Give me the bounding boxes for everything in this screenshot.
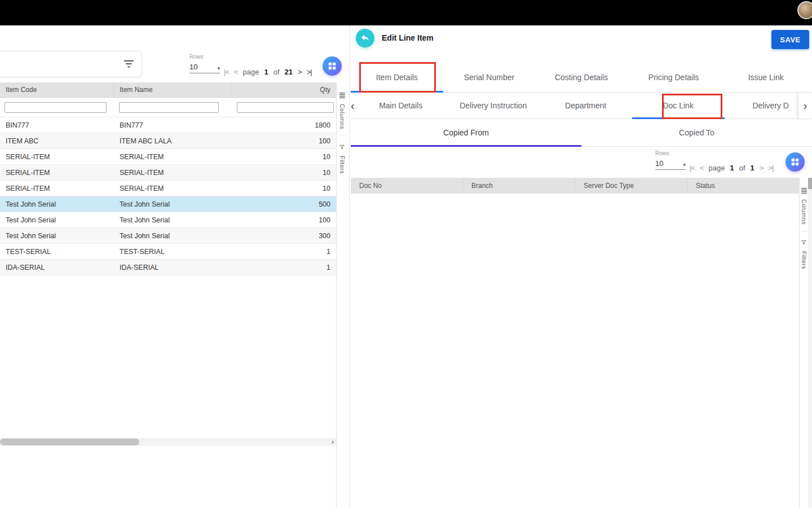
table-row-selected[interactable]: Test John Serial Test John Serial 500 xyxy=(0,196,336,212)
item-qty-cell: 1 xyxy=(231,248,336,256)
column-header-branch[interactable]: Branch xyxy=(462,178,575,194)
prev-page-icon[interactable]: < xyxy=(700,164,704,172)
prev-page-icon[interactable]: < xyxy=(234,68,238,76)
item-code-filter-input[interactable] xyxy=(5,102,107,113)
vertical-scrollbar[interactable] xyxy=(808,178,812,508)
tab-delivery-instruction[interactable]: Delivery Instruction xyxy=(447,93,540,119)
rows-label: Rows xyxy=(655,150,686,156)
item-name-cell: SERIAL-ITEM xyxy=(114,185,231,192)
column-header-item-name[interactable]: Item Name xyxy=(114,82,231,97)
save-button[interactable]: SAVE xyxy=(771,30,809,49)
item-code-cell: ITEM ABC xyxy=(0,137,114,145)
rows-per-page-select[interactable]: Rows 10 ▾ xyxy=(655,150,686,170)
rows-per-page-select[interactable]: Rows 10 ▾ xyxy=(189,54,220,73)
item-list-panel: Rows 10 ▾ |< < page 1 of 21 > >| Item Co… xyxy=(0,25,348,508)
panel-divider xyxy=(349,25,350,508)
item-name-cell: SERIAL-ITEM xyxy=(114,153,231,161)
item-table-filter-row xyxy=(0,98,336,117)
last-page-icon[interactable]: >| xyxy=(768,164,773,172)
columns-toggle[interactable]: Columns xyxy=(339,90,346,129)
item-qty-cell: 10 xyxy=(231,169,336,177)
item-search-input[interactable] xyxy=(5,56,112,73)
rows-label: Rows xyxy=(189,54,220,60)
filters-label: Filters xyxy=(339,156,346,174)
scrollbar-thumb[interactable] xyxy=(0,439,139,445)
table-row[interactable]: TEST-SERIAL TEST-SERIAL 1 xyxy=(0,244,336,260)
item-name-filter-input[interactable] xyxy=(119,102,219,113)
tab-issue-link[interactable]: Issue Link xyxy=(720,62,812,92)
table-row[interactable]: SERIAL-ITEM SERIAL-ITEM 10 xyxy=(0,149,336,165)
screen: Rows 10 ▾ |< < page 1 of 21 > >| Item Co… xyxy=(0,0,812,508)
table-row[interactable]: ITEM ABC ITEM ABC LALA 100 xyxy=(0,133,336,149)
table-row[interactable]: Test John Serial Test John Serial 100 xyxy=(0,212,336,228)
item-name-cell: Test John Serial xyxy=(114,200,231,208)
total-pages: 1 xyxy=(751,164,754,172)
filters-toggle[interactable]: Filters xyxy=(801,238,807,269)
item-qty-cell: 10 xyxy=(231,153,336,161)
rows-value: 10 xyxy=(655,159,663,168)
table-row[interactable]: Test John Serial Test John Serial 300 xyxy=(0,228,336,244)
strip-divider xyxy=(339,135,346,136)
item-name-cell: SERIAL-ITEM xyxy=(114,169,231,177)
column-header-doc-no[interactable]: Doc No xyxy=(351,178,462,194)
of-label: of xyxy=(273,68,280,76)
doc-link-toolbar: Rows 10 ▾ |< < page 1 of 1 > >| xyxy=(351,147,799,178)
item-name-cell: Test John Serial xyxy=(114,216,231,224)
tab-scroll-right-icon[interactable]: › xyxy=(798,93,812,119)
tab-copied-to[interactable]: Copied To xyxy=(581,119,812,146)
filter-list-icon[interactable] xyxy=(123,60,134,68)
tab-main-details[interactable]: Main Details xyxy=(355,93,447,119)
tab-doc-link[interactable]: Doc Link xyxy=(632,93,725,119)
item-list-pagination: |< < page 1 of 21 > >| xyxy=(224,65,312,78)
filters-label: Filters xyxy=(801,251,807,269)
rows-value-dropdown[interactable]: 10 ▾ xyxy=(655,159,686,170)
item-code-cell: Test John Serial xyxy=(0,232,114,240)
column-header-qty[interactable]: Qty xyxy=(231,86,336,94)
columns-icon xyxy=(339,90,345,100)
rows-value-dropdown[interactable]: 10 ▾ xyxy=(189,63,220,73)
dropdown-caret-icon: ▾ xyxy=(683,162,686,168)
item-qty-cell: 100 xyxy=(231,216,336,224)
first-page-icon[interactable]: |< xyxy=(224,68,229,76)
tab-copied-from[interactable]: Copied From xyxy=(351,119,581,146)
columns-toggle[interactable]: Columns xyxy=(801,186,807,225)
user-avatar[interactable] xyxy=(797,1,812,19)
item-qty-cell: 1 xyxy=(231,264,336,271)
tab-costing-details[interactable]: Costing Details xyxy=(535,62,628,92)
item-code-cell: Test John Serial xyxy=(0,200,114,208)
tab-department[interactable]: Department xyxy=(540,93,632,119)
grid-view-icon[interactable] xyxy=(323,56,342,76)
rows-value: 10 xyxy=(189,63,197,71)
tab-item-details[interactable]: Item Details xyxy=(351,62,443,92)
item-code-cell: IDA-SERIAL xyxy=(0,264,114,271)
item-code-cell: Test John Serial xyxy=(0,216,114,224)
table-row[interactable]: BIN777 BIN777 1800 xyxy=(0,117,336,133)
tab-serial-number[interactable]: Serial Number xyxy=(443,62,536,92)
next-page-icon[interactable]: > xyxy=(298,68,302,76)
scroll-right-icon[interactable]: › xyxy=(332,438,334,446)
item-table: Item Code Item Name Qty BIN777 BIN777 18… xyxy=(0,82,336,275)
table-row[interactable]: IDA-SERIAL IDA-SERIAL 1 xyxy=(0,260,336,275)
table-row[interactable]: SERIAL-ITEM SERIAL-ITEM 10 xyxy=(0,181,336,196)
grid-view-icon[interactable] xyxy=(785,152,805,172)
page-label: page xyxy=(243,68,259,76)
doc-link-table-header: Doc No Branch Server Doc Type Status xyxy=(351,178,799,194)
column-header-item-code[interactable]: Item Code xyxy=(0,82,114,97)
first-page-icon[interactable]: |< xyxy=(690,164,695,172)
next-page-icon[interactable]: > xyxy=(760,164,764,172)
column-header-status[interactable]: Status xyxy=(687,178,799,194)
scrollbar-thumb[interactable] xyxy=(808,178,812,189)
qty-filter-input[interactable] xyxy=(237,102,334,113)
filters-toggle[interactable]: Filters xyxy=(339,142,346,174)
filter-funnel-icon xyxy=(339,142,345,152)
horizontal-scrollbar[interactable]: › xyxy=(0,438,336,446)
tab-scroll-left-icon[interactable]: ‹ xyxy=(351,93,355,119)
copied-tab-bar: Copied From Copied To xyxy=(351,119,812,147)
column-header-server-doc-type[interactable]: Server Doc Type xyxy=(575,178,687,194)
back-button[interactable] xyxy=(356,29,374,47)
tab-pricing-details[interactable]: Pricing Details xyxy=(628,62,720,92)
last-page-icon[interactable]: >| xyxy=(307,68,312,76)
columns-label: Columns xyxy=(801,199,807,225)
of-label: of xyxy=(739,164,745,172)
table-row[interactable]: SERIAL-ITEM SERIAL-ITEM 10 xyxy=(0,165,336,181)
